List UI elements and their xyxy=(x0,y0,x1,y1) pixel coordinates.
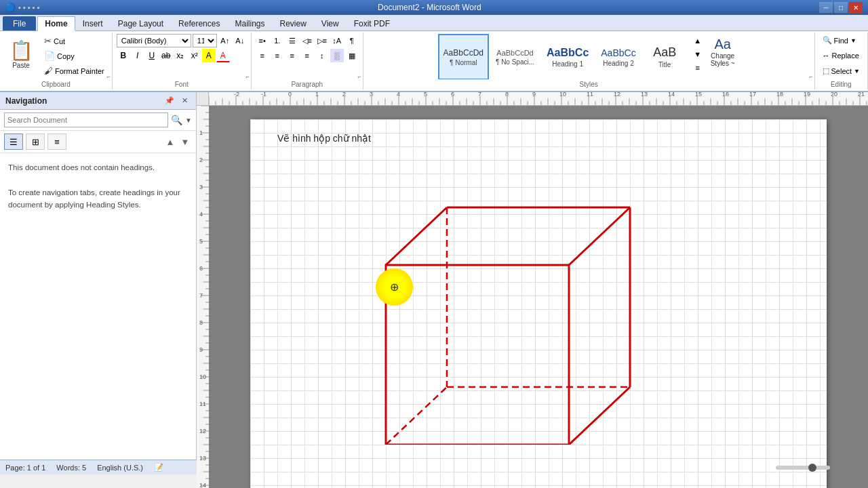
tab-insert[interactable]: Insert xyxy=(75,16,111,30)
style-nospace-preview: AaBbCcDd xyxy=(496,49,533,57)
nav-view-buttons: ☰ ⊞ ≡ ▲ ▼ xyxy=(0,131,196,153)
style-heading2[interactable]: AaBbCc Heading 2 xyxy=(595,34,641,79)
italic-button[interactable]: I xyxy=(131,49,144,62)
clipboard-expand-icon[interactable]: ⌐ xyxy=(106,73,110,80)
nav-hint-text: To create navigation tabs, create headin… xyxy=(8,186,188,211)
nav-up-button[interactable]: ▲ xyxy=(163,134,177,150)
change-styles-button[interactable]: Aa ChangeStyles ~ xyxy=(706,34,740,70)
select-button[interactable]: ⬚ Select ▼ xyxy=(819,64,864,77)
paragraph-expand-icon[interactable]: ⌐ xyxy=(357,73,361,80)
superscript-button[interactable]: x² xyxy=(188,49,201,62)
highlight-button[interactable]: A xyxy=(202,49,216,62)
style-normal-label: ¶ Normal xyxy=(450,59,477,66)
shading-button[interactable]: ░ xyxy=(330,49,344,62)
styles-expand-icon[interactable]: ⌐ xyxy=(809,73,812,80)
font-family-select[interactable]: Calibri (Body) xyxy=(117,34,191,47)
svg-line-1 xyxy=(386,207,447,265)
minimize-button[interactable]: ─ xyxy=(819,2,833,13)
nav-close-button[interactable]: ✕ xyxy=(178,95,191,107)
cut-button[interactable]: ✂ Cut xyxy=(41,34,108,48)
increase-indent-button[interactable]: ▷≡ xyxy=(315,34,329,47)
tab-references[interactable]: References xyxy=(171,16,227,30)
shrink-font-button[interactable]: A↓ xyxy=(233,34,247,47)
subscript-button[interactable]: x₂ xyxy=(174,49,187,62)
font-size-select[interactable]: 11 xyxy=(193,34,217,47)
style-no-spacing[interactable]: AaBbCcDd ¶ No Spaci... xyxy=(490,34,540,79)
tab-foxit[interactable]: Foxit PDF xyxy=(347,16,397,30)
find-button[interactable]: 🔍 Find ▼ xyxy=(819,34,860,47)
decrease-indent-button[interactable]: ◁≡ xyxy=(300,34,314,47)
svg-line-8 xyxy=(386,387,447,445)
styles-scroll-up[interactable]: ▲ xyxy=(691,34,705,47)
justify-button[interactable]: ≡ xyxy=(300,49,314,62)
select-dropdown-icon: ▼ xyxy=(854,68,860,75)
style-title[interactable]: AaB Title xyxy=(643,34,687,79)
box-drawing xyxy=(291,160,644,445)
search-dropdown-icon[interactable]: ▼ xyxy=(185,117,192,124)
multilevel-button[interactable]: ☰ xyxy=(285,34,299,47)
tab-page-layout[interactable]: Page Layout xyxy=(111,16,171,30)
bullets-button[interactable]: ≡• xyxy=(256,34,269,47)
style-title-label: Title xyxy=(658,61,671,68)
maximize-button[interactable]: □ xyxy=(834,2,848,13)
find-label: Find xyxy=(834,37,848,45)
change-styles-label: ChangeStyles ~ xyxy=(711,52,735,67)
align-left-button[interactable]: ≡ xyxy=(256,49,269,62)
bold-button[interactable]: B xyxy=(117,49,130,62)
proofing-icon[interactable]: 📝 xyxy=(154,463,163,472)
font-group: Calibri (Body) 11 A↑ A↓ B I U ab x₂ x² A… xyxy=(113,33,252,89)
underline-button[interactable]: U xyxy=(145,49,159,62)
nav-headings-view-button[interactable]: ☰ xyxy=(4,134,23,150)
format-painter-button[interactable]: 🖌 Format Painter xyxy=(41,64,108,78)
tab-file[interactable]: File xyxy=(3,16,36,30)
horizontal-ruler xyxy=(209,92,868,106)
title-bar: 🔵 ▪ ▪ ▪ ▪ ▪ Document2 - Microsoft Word ─… xyxy=(0,0,868,15)
search-input[interactable] xyxy=(4,113,168,127)
clipboard-content: 📋 Paste ✂ Cut 📄 Copy 🖌 Format Painter xyxy=(4,33,108,79)
grow-font-button[interactable]: A↑ xyxy=(218,34,232,47)
style-normal[interactable]: AaBbCcDd ¶ Normal xyxy=(438,34,489,79)
nav-sort-buttons: ▲ ▼ xyxy=(163,134,192,150)
style-heading1[interactable]: AaBbCc Heading 1 xyxy=(541,34,594,79)
tab-view[interactable]: View xyxy=(314,16,347,30)
sort-button[interactable]: ↕A xyxy=(330,34,344,47)
search-icon[interactable]: 🔍 xyxy=(171,115,182,125)
nav-pin-button[interactable]: 📌 xyxy=(163,95,176,107)
tab-review[interactable]: Review xyxy=(272,16,313,30)
doc-with-ruler: Vẽ hình hộp chữ nhật ⊕ xyxy=(197,92,868,460)
numbering-button[interactable]: 1. xyxy=(271,34,284,47)
align-right-button[interactable]: ≡ xyxy=(285,49,299,62)
document-title[interactable]: Vẽ hình hộp chữ nhật xyxy=(277,133,800,144)
tab-mailings[interactable]: Mailings xyxy=(227,16,272,30)
line-spacing-button[interactable]: ↕ xyxy=(315,49,329,62)
nav-results-view-button[interactable]: ≡ xyxy=(47,134,66,150)
font-color-button[interactable]: A xyxy=(216,49,230,62)
styles-more[interactable]: ≡ xyxy=(691,61,705,75)
align-center-button[interactable]: ≡ xyxy=(271,49,284,62)
document-area[interactable]: Vẽ hình hộp chữ nhật ⊕ xyxy=(209,106,868,488)
zoom-thumb[interactable] xyxy=(808,464,816,472)
copy-button[interactable]: 📄 Copy xyxy=(41,49,108,63)
nav-pages-view-button[interactable]: ⊞ xyxy=(26,134,45,150)
strikethrough-button[interactable]: ab xyxy=(159,49,173,62)
para-row-1: ≡• 1. ☰ ◁≡ ▷≡ ↕A ¶ xyxy=(256,34,359,47)
cursor-icon: ⊕ xyxy=(390,281,399,293)
border-button[interactable]: ▦ xyxy=(345,49,359,62)
no-headings-text: This document does not contain headings. xyxy=(8,161,188,174)
replace-label: Replace xyxy=(832,52,859,60)
select-icon: ⬚ xyxy=(823,66,829,75)
font-expand-icon[interactable]: ⌐ xyxy=(245,73,249,80)
main-area: Navigation 📌 ✕ 🔍 ▼ ☰ ⊞ ≡ ▲ ▼ This docume… xyxy=(0,92,868,460)
nav-down-button[interactable]: ▼ xyxy=(178,134,192,150)
tab-home[interactable]: Home xyxy=(37,16,75,31)
document-page[interactable]: Vẽ hình hộp chữ nhật ⊕ xyxy=(250,119,827,488)
find-dropdown-icon: ▼ xyxy=(850,37,856,44)
replace-button[interactable]: ↔ Replace xyxy=(819,49,863,62)
paste-button[interactable]: 📋 Paste xyxy=(4,34,38,75)
show-marks-button[interactable]: ¶ xyxy=(345,34,359,47)
close-button[interactable]: ✕ xyxy=(849,2,863,13)
styles-scroll-down[interactable]: ▼ xyxy=(691,47,705,61)
title-bar-controls: ─ □ ✕ xyxy=(819,2,863,13)
style-h1-preview: AaBbCc xyxy=(547,47,589,59)
styles-group-label: Styles xyxy=(580,79,598,89)
